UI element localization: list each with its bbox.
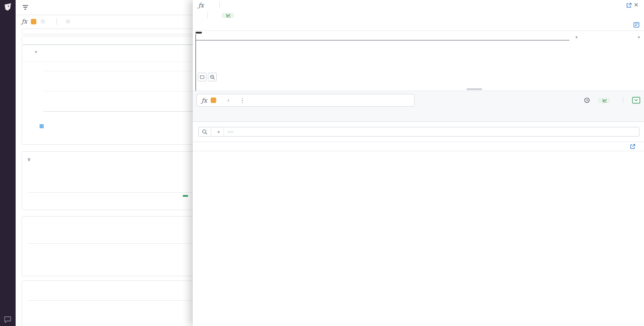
flame-legend: ▾ ▾ xyxy=(573,30,642,91)
logs-table-header xyxy=(193,142,644,151)
span-breadcrumb[interactable]: ƒx › ⋮ xyxy=(196,94,414,107)
divider xyxy=(219,2,220,8)
span-tabs-row xyxy=(193,110,644,122)
datadog-logo-icon[interactable] xyxy=(2,2,13,13)
external-link-icon xyxy=(626,2,632,8)
zoom-out-button[interactable] xyxy=(208,73,217,81)
help-chat-icon[interactable] xyxy=(4,316,12,323)
favorite-star-icon[interactable]: ☆ xyxy=(40,18,46,25)
trace-panel-header: ƒx × xyxy=(193,0,644,10)
legend-exec-header[interactable]: ▾ xyxy=(638,34,640,40)
logs-section: ▾ xyxy=(193,122,644,326)
legend-swatch xyxy=(40,124,44,128)
open-in-logs-icon[interactable] xyxy=(630,143,636,149)
divider xyxy=(207,12,208,18)
clock-icon xyxy=(584,97,590,103)
fx-icon: ƒx xyxy=(198,2,204,9)
chevron-down-icon[interactable]: ▾ xyxy=(35,50,37,54)
cursor-line xyxy=(196,34,196,91)
logs-list xyxy=(201,151,644,326)
cursor-tooltip xyxy=(196,32,202,34)
trace-side-panel: ƒx × ▾ xyxy=(193,0,644,326)
fx-icon: ƒx xyxy=(201,97,207,104)
flame-graph[interactable] xyxy=(196,30,569,91)
divider xyxy=(57,18,57,25)
legend-service-header[interactable]: ▾ xyxy=(575,34,578,40)
percentile-badge[interactable] xyxy=(598,98,610,103)
span-detail-bar: ƒx › ⋮ xyxy=(193,91,644,122)
trace-tabs-row xyxy=(193,20,644,31)
trace-meta-row xyxy=(198,10,234,20)
app-sidebar xyxy=(0,0,16,326)
divider xyxy=(623,97,623,103)
more-menu-icon[interactable]: ⋮ xyxy=(239,97,245,104)
open-full-page-link[interactable] xyxy=(624,2,632,8)
hide-legend-link[interactable] xyxy=(631,22,639,28)
percentile-badge[interactable] xyxy=(222,13,234,18)
flame-scrollbar[interactable] xyxy=(466,88,482,90)
service-color-swatch xyxy=(211,97,216,103)
search-query-chip[interactable] xyxy=(227,131,234,133)
focus-frame-button[interactable] xyxy=(198,73,207,81)
status-badge xyxy=(183,195,188,197)
service-color-swatch xyxy=(31,19,36,24)
log-filter-bar[interactable]: ▾ xyxy=(198,127,639,137)
close-icon[interactable]: × xyxy=(634,0,638,10)
apm-filter-icon xyxy=(22,4,29,11)
filter-type-dropdown[interactable]: ▾ xyxy=(211,127,224,136)
legend-icon xyxy=(633,22,639,28)
favorite-star-icon[interactable]: ☆ xyxy=(65,18,71,25)
trend-icon xyxy=(226,13,231,17)
search-icon xyxy=(199,129,211,135)
collapse-chevron-icon[interactable]: ∨ xyxy=(27,156,31,162)
collapse-panel-icon[interactable] xyxy=(632,97,640,104)
chevron-right-icon: › xyxy=(227,97,229,103)
fx-icon: ƒx xyxy=(22,18,27,25)
